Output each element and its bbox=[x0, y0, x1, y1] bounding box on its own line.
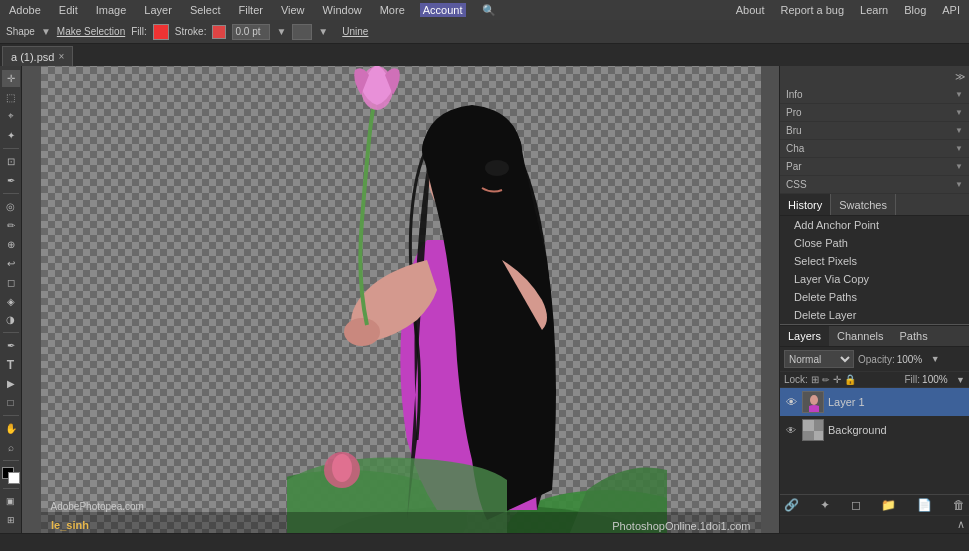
menu-edit[interactable]: Edit bbox=[56, 3, 81, 17]
stroke-swatch[interactable] bbox=[212, 25, 226, 39]
opacity-value[interactable]: 100% bbox=[897, 354, 929, 365]
extra-tool-1[interactable]: ▣ bbox=[2, 493, 20, 510]
history-item-add-anchor[interactable]: Add Anchor Point bbox=[780, 216, 969, 234]
stroke-value-input[interactable] bbox=[232, 24, 270, 40]
menu-adobe[interactable]: Adobe bbox=[6, 3, 44, 17]
menu-blog[interactable]: Blog bbox=[901, 3, 929, 17]
menu-image[interactable]: Image bbox=[93, 3, 130, 17]
file-tab-close[interactable]: × bbox=[58, 51, 64, 62]
svg-point-6 bbox=[344, 318, 380, 346]
menu-report-bug[interactable]: Report a bug bbox=[777, 3, 847, 17]
menu-api[interactable]: API bbox=[939, 3, 963, 17]
gradient-tool[interactable]: ◈ bbox=[2, 293, 20, 310]
new-group-icon[interactable]: 📁 bbox=[881, 498, 896, 512]
dodge-tool[interactable]: ◑ bbox=[2, 312, 20, 329]
menu-learn[interactable]: Learn bbox=[857, 3, 891, 17]
menu-search-icon[interactable]: 🔍 bbox=[482, 4, 496, 17]
history-tab[interactable]: History bbox=[780, 194, 831, 215]
eyedropper-tool[interactable]: ✒ bbox=[2, 172, 20, 189]
lock-grid-icon[interactable]: ⊞ bbox=[811, 374, 819, 385]
history-item-close-path[interactable]: Close Path bbox=[780, 234, 969, 252]
delete-layer-icon[interactable]: 🗑 bbox=[953, 498, 965, 512]
menu-layer[interactable]: Layer bbox=[141, 3, 175, 17]
link-layers-icon[interactable]: 🔗 bbox=[784, 498, 799, 512]
clone-tool[interactable]: ⊕ bbox=[2, 236, 20, 253]
lock-brush-icon[interactable]: ✏ bbox=[822, 375, 830, 385]
move-tool[interactable]: ✛ bbox=[2, 70, 20, 87]
swatches-tab[interactable]: Swatches bbox=[831, 194, 896, 215]
layer-bg-visibility[interactable]: 👁 bbox=[784, 423, 798, 437]
history-item-select-pixels[interactable]: Select Pixels bbox=[780, 252, 969, 270]
history-item-delete-layer[interactable]: Delete Layer bbox=[780, 306, 969, 324]
menu-account[interactable]: Account bbox=[420, 3, 466, 17]
add-mask-icon[interactable]: ◻ bbox=[851, 498, 861, 512]
fill-value[interactable]: 100% bbox=[922, 374, 954, 385]
zoom-tool[interactable]: ⌕ bbox=[2, 439, 20, 456]
background-color[interactable] bbox=[8, 472, 20, 484]
marquee-tool[interactable]: ⬚ bbox=[2, 89, 20, 106]
color-swatches[interactable] bbox=[2, 467, 20, 484]
options-bar: Shape ▼ Make Selection Fill: Stroke: ▼ ▼… bbox=[0, 20, 969, 44]
tab-bar: a (1).psd × bbox=[0, 44, 969, 66]
text-tool[interactable]: T bbox=[2, 356, 20, 373]
mini-panel-bru[interactable]: Bru▼ bbox=[780, 122, 969, 140]
path-select-tool[interactable]: ▶ bbox=[2, 375, 20, 392]
paths-tab[interactable]: Paths bbox=[892, 326, 936, 346]
fill-dropdown-icon[interactable]: ▼ bbox=[956, 375, 965, 385]
extra-tool-2[interactable]: ⊞ bbox=[2, 512, 20, 529]
menu-filter[interactable]: Filter bbox=[235, 3, 265, 17]
canvas-area[interactable]: le_sinh PhotoshopOnline.1doi1.com AdobeP… bbox=[22, 66, 779, 533]
new-layer-icon[interactable]: 📄 bbox=[917, 498, 932, 512]
pen-tool[interactable]: ✒ bbox=[2, 337, 20, 354]
panel-collapse-btn[interactable]: ≫ bbox=[955, 71, 965, 82]
history-item-delete-paths[interactable]: Delete Paths bbox=[780, 288, 969, 306]
history-brush-tool[interactable]: ↩ bbox=[2, 255, 20, 272]
shape-dropdown-icon[interactable]: ▼ bbox=[41, 26, 51, 37]
blend-mode-select[interactable]: Normal Multiply Screen Overlay bbox=[784, 350, 854, 368]
layers-tab[interactable]: Layers bbox=[780, 326, 829, 346]
layer-row-1[interactable]: 👁 Layer 1 bbox=[780, 388, 969, 416]
fill-swatch[interactable] bbox=[153, 24, 169, 40]
menu-select[interactable]: Select bbox=[187, 3, 224, 17]
mini-panel-pro[interactable]: Pro▼ bbox=[780, 104, 969, 122]
hand-tool[interactable]: ✋ bbox=[2, 420, 20, 437]
panel-scroll-up-icon[interactable]: ∧ bbox=[957, 518, 965, 531]
mini-panel-info[interactable]: Info▼ bbox=[780, 86, 969, 104]
stroke-style-dropdown[interactable]: ▼ bbox=[318, 26, 328, 37]
add-effect-icon[interactable]: ✦ bbox=[820, 498, 830, 512]
unine-label[interactable]: Unine bbox=[342, 26, 368, 37]
menu-more[interactable]: More bbox=[377, 3, 408, 17]
menu-view[interactable]: View bbox=[278, 3, 308, 17]
canvas-wrapper: le_sinh PhotoshopOnline.1doi1.com AdobeP… bbox=[41, 66, 761, 533]
eraser-tool[interactable]: ◻ bbox=[2, 274, 20, 291]
file-tab[interactable]: a (1).psd × bbox=[2, 46, 73, 66]
svg-text:le_sinh: le_sinh bbox=[51, 519, 89, 531]
lock-move-icon[interactable]: ✛ bbox=[833, 374, 841, 385]
menu-window[interactable]: Window bbox=[320, 3, 365, 17]
layer-1-visibility[interactable]: 👁 bbox=[784, 395, 798, 409]
crop-tool[interactable]: ⊡ bbox=[2, 153, 20, 170]
magic-wand-tool[interactable]: ✦ bbox=[2, 127, 20, 144]
lasso-tool[interactable]: ⌖ bbox=[2, 108, 20, 125]
panel-header-row: ≫ bbox=[780, 66, 969, 86]
tool-divider-5 bbox=[3, 460, 19, 461]
mini-panel-par[interactable]: Par▼ bbox=[780, 158, 969, 176]
layer-row-bg[interactable]: 👁 Background bbox=[780, 416, 969, 444]
spot-healing-tool[interactable]: ◎ bbox=[2, 198, 20, 215]
status-bar bbox=[0, 533, 969, 551]
menu-about[interactable]: About bbox=[733, 3, 768, 17]
stroke-style-input[interactable] bbox=[292, 24, 312, 40]
shape-tool[interactable]: □ bbox=[2, 394, 20, 411]
layers-blend-row: Normal Multiply Screen Overlay Opacity: … bbox=[780, 347, 969, 372]
history-item-layer-via-copy[interactable]: Layer Via Copy bbox=[780, 270, 969, 288]
mini-panel-cha[interactable]: Cha▼ bbox=[780, 140, 969, 158]
make-selection-label[interactable]: Make Selection bbox=[57, 26, 125, 37]
stroke-dropdown-icon[interactable]: ▼ bbox=[276, 26, 286, 37]
opacity-dropdown-icon[interactable]: ▼ bbox=[931, 354, 940, 364]
channels-tab[interactable]: Channels bbox=[829, 326, 891, 346]
tool-divider-2 bbox=[3, 193, 19, 194]
svg-rect-15 bbox=[803, 420, 814, 431]
brush-tool[interactable]: ✏ bbox=[2, 217, 20, 234]
lock-padlock-icon[interactable]: 🔒 bbox=[844, 374, 856, 385]
mini-panel-css[interactable]: CSS▼ bbox=[780, 176, 969, 194]
